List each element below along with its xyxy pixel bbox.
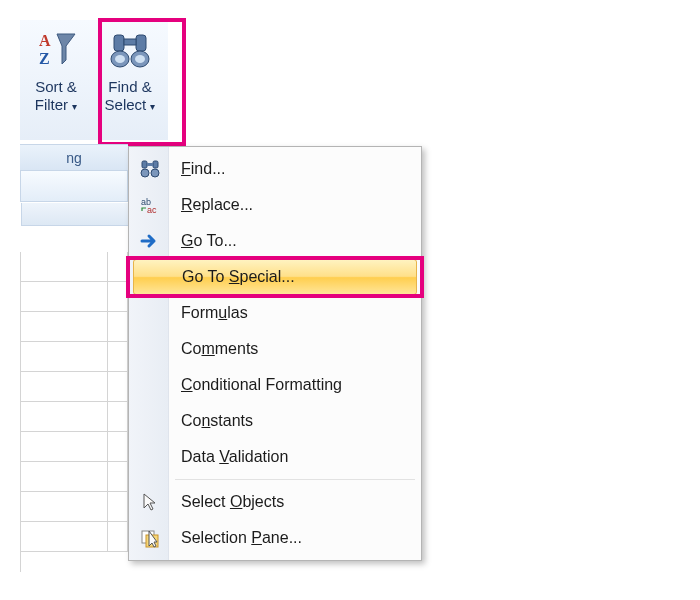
ribbon-editing-group: A Z Sort & Filter ▾ Find & Select ▾ bbox=[20, 20, 168, 140]
chevron-down-icon: ▾ bbox=[150, 101, 155, 113]
menu-item-label: Constants bbox=[181, 412, 253, 430]
menu-item-cond-fmt[interactable]: Conditional Formatting bbox=[131, 367, 419, 403]
blank-icon bbox=[139, 338, 161, 360]
menu-item-sel-pane[interactable]: Selection Pane... bbox=[131, 520, 419, 556]
blank-icon bbox=[139, 410, 161, 432]
find-select-label: Find & Select ▾ bbox=[105, 78, 156, 114]
menu-item-label: Go To... bbox=[181, 232, 237, 250]
menu-item-label: Conditional Formatting bbox=[181, 376, 342, 394]
arrow-right-icon bbox=[139, 230, 161, 252]
menu-item-find[interactable]: Find... bbox=[131, 151, 419, 187]
find-select-button[interactable]: Find & Select ▾ bbox=[92, 20, 168, 140]
menu-item-label: Go To Special... bbox=[182, 268, 295, 286]
svg-point-7 bbox=[115, 55, 125, 63]
svg-rect-9 bbox=[142, 161, 147, 168]
chevron-down-icon: ▾ bbox=[72, 101, 77, 113]
svg-text:ac: ac bbox=[147, 205, 157, 214]
blank-icon bbox=[139, 374, 161, 396]
menu-item-label: Select Objects bbox=[181, 493, 284, 511]
worksheet-grid[interactable] bbox=[20, 252, 128, 572]
menu-item-label: Replace... bbox=[181, 196, 253, 214]
find-select-menu: Find...abacReplace...Go To...Go To Speci… bbox=[128, 146, 422, 561]
menu-item-label: Comments bbox=[181, 340, 258, 358]
sort-filter-button[interactable]: A Z Sort & Filter ▾ bbox=[20, 20, 92, 140]
menu-item-constants[interactable]: Constants bbox=[131, 403, 419, 439]
menu-item-sel-objects[interactable]: Select Objects bbox=[131, 484, 419, 520]
svg-point-8 bbox=[135, 55, 145, 63]
menu-item-label: Formulas bbox=[181, 304, 248, 322]
svg-point-12 bbox=[141, 169, 149, 177]
sel-pane-icon bbox=[139, 527, 161, 549]
sort-filter-label: Sort & Filter ▾ bbox=[35, 78, 78, 114]
ribbon-group-label: ng bbox=[20, 144, 128, 170]
svg-point-13 bbox=[151, 169, 159, 177]
svg-text:Z: Z bbox=[39, 50, 50, 67]
blank-icon bbox=[139, 446, 161, 468]
sort-filter-icon: A Z bbox=[32, 26, 80, 74]
svg-rect-2 bbox=[114, 35, 124, 51]
replace-icon: abac bbox=[139, 194, 161, 216]
menu-separator bbox=[175, 479, 415, 480]
svg-rect-11 bbox=[147, 163, 153, 166]
menu-item-replace[interactable]: abacReplace... bbox=[131, 187, 419, 223]
blank-icon bbox=[139, 302, 161, 324]
menu-item-label: Data Validation bbox=[181, 448, 288, 466]
menu-item-goto-special[interactable]: Go To Special... bbox=[133, 259, 417, 295]
menu-item-goto[interactable]: Go To... bbox=[131, 223, 419, 259]
menu-item-data-val[interactable]: Data Validation bbox=[131, 439, 419, 475]
formula-bar-fragment bbox=[20, 170, 128, 202]
svg-text:A: A bbox=[39, 32, 51, 49]
binoculars-icon bbox=[139, 158, 161, 180]
pointer-icon bbox=[139, 491, 161, 513]
svg-rect-3 bbox=[136, 35, 146, 51]
menu-item-label: Selection Pane... bbox=[181, 529, 302, 547]
svg-rect-10 bbox=[153, 161, 158, 168]
menu-item-formulas[interactable]: Formulas bbox=[131, 295, 419, 331]
menu-item-comments[interactable]: Comments bbox=[131, 331, 419, 367]
svg-rect-4 bbox=[124, 39, 136, 45]
menu-item-label: Find... bbox=[181, 160, 225, 178]
blank-icon bbox=[142, 266, 164, 288]
binoculars-icon bbox=[106, 26, 154, 74]
